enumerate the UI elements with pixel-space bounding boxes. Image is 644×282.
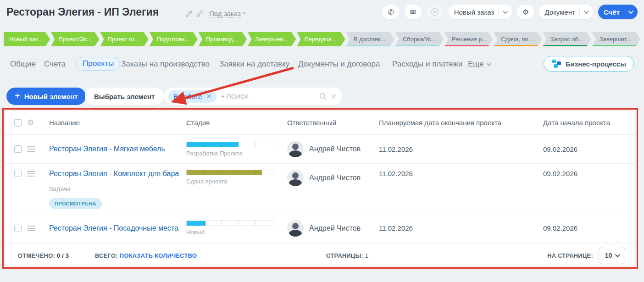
detail-tabs: Общие Счета Проекты Заказы на производст… bbox=[0, 57, 644, 75]
stage-chip[interactable]: Новый зак... bbox=[4, 32, 50, 46]
task-status-badge[interactable]: ПРОСМОТРЕНА bbox=[49, 198, 102, 209]
row-menu-icon[interactable] bbox=[27, 146, 35, 152]
stage-chip[interactable]: Проект го... bbox=[100, 32, 148, 46]
call-button[interactable]: ✆ bbox=[383, 5, 400, 19]
start-date: 09.02.2026 bbox=[539, 170, 635, 177]
copy-link-icon[interactable] bbox=[196, 10, 203, 17]
stage-name-label: Новый bbox=[186, 229, 269, 236]
row-menu-icon[interactable] bbox=[27, 171, 35, 177]
row-menu-icon[interactable] bbox=[27, 226, 35, 231]
search-icon[interactable] bbox=[319, 93, 327, 100]
tab[interactable]: Еще bbox=[468, 60, 490, 69]
stage-label: Решение р... bbox=[452, 36, 487, 43]
chevron-down-icon bbox=[487, 61, 491, 66]
chevron-down-icon bbox=[628, 9, 633, 14]
stage-chip[interactable]: Производ... bbox=[199, 32, 247, 46]
stage-underline bbox=[543, 45, 591, 46]
search-filter-field[interactable]: В работе ✕ + поиск ✕ bbox=[164, 88, 342, 105]
row-checkbox[interactable] bbox=[14, 145, 22, 153]
table-row: Ресторан Элегия - Мягкая мебель Разработ… bbox=[5, 135, 635, 164]
column-header-start-date[interactable]: Дата начала проекта bbox=[539, 119, 635, 127]
new-order-button[interactable]: Новый заказ bbox=[449, 5, 512, 19]
responsible-name: Андрей Чистов bbox=[309, 174, 361, 182]
row-checkbox[interactable] bbox=[14, 225, 22, 232]
pages-indicator: СТРАНИЦЫ: 1 bbox=[326, 252, 368, 259]
grid-settings-gear-icon[interactable]: ⚙ bbox=[27, 118, 34, 127]
business-process-button[interactable]: Бизнес-процессы bbox=[544, 56, 634, 72]
stage-label: Проект го... bbox=[107, 36, 139, 43]
document-button[interactable]: Документ bbox=[539, 5, 593, 19]
table-row: Ресторан Элегия - Комплект для бара Зада… bbox=[5, 164, 635, 214]
envelope-icon: ✉ bbox=[410, 8, 416, 17]
edit-pencil-icon[interactable] bbox=[185, 11, 192, 17]
per-page-select[interactable]: 10 bbox=[599, 247, 625, 264]
deal-stage-ribbon: Новый зак... Проект/Эс... Проект го... П… bbox=[4, 32, 641, 46]
project-link[interactable]: Ресторан Элегия - Мягкая мебель bbox=[49, 145, 165, 153]
tab-active[interactable]: Проекты bbox=[76, 57, 120, 71]
show-count-link[interactable]: ПОКАЗАТЬ КОЛИЧЕСТВО bbox=[120, 252, 197, 259]
column-header-stage[interactable]: Стадия bbox=[182, 119, 283, 127]
select-element-label: Выбрать элемент bbox=[94, 93, 155, 100]
phone-icon: ✆ bbox=[388, 8, 394, 17]
stage-chip[interactable]: Решение р... bbox=[444, 32, 493, 46]
tab[interactable]: Расходы и платежи bbox=[392, 60, 462, 69]
total-counter: ВСЕГО: ПОКАЗАТЬ КОЛИЧЕСТВО bbox=[95, 252, 197, 259]
end-date: 11.02.2026 bbox=[374, 170, 539, 177]
stage-chip[interactable]: Запрос об... bbox=[543, 32, 591, 46]
stage-chip[interactable]: Сдача, по... bbox=[494, 32, 542, 46]
stage-chip[interactable]: Сборка/Ус... bbox=[395, 32, 444, 46]
email-button[interactable]: ✉ bbox=[405, 5, 422, 19]
tab[interactable]: Документы и договора bbox=[298, 60, 380, 69]
tab[interactable]: Счета bbox=[44, 60, 66, 69]
plus-icon: + bbox=[15, 91, 20, 101]
stage-chip[interactable]: Завершит... bbox=[592, 32, 640, 46]
new-element-label: Новый элемент bbox=[24, 93, 78, 100]
tab[interactable]: Общие bbox=[10, 60, 36, 69]
stage-chip[interactable]: В доставк... bbox=[346, 32, 394, 46]
stage-name-label: Разработка Проекта bbox=[186, 150, 269, 157]
row-checkbox[interactable] bbox=[14, 170, 22, 177]
stage-label: Сборка/Ус... bbox=[403, 36, 436, 43]
invoice-label: Счёт bbox=[604, 8, 620, 16]
order-type-selector[interactable]: Под заказ bbox=[209, 10, 241, 18]
search-placeholder: + поиск bbox=[221, 93, 319, 100]
project-link[interactable]: Ресторан Элегия - Посадочные места bbox=[49, 224, 178, 232]
new-element-button[interactable]: + Новый элемент bbox=[6, 88, 86, 105]
stage-underline bbox=[592, 45, 640, 46]
chevron-down-icon bbox=[615, 252, 620, 257]
per-page-label: НА СТРАНИЦЕ: bbox=[547, 252, 593, 259]
stage-underline bbox=[346, 45, 394, 46]
annotation-rectangle: ⚙ Название Стадия Ответственный Планируе… bbox=[2, 108, 638, 269]
responsible-name: Андрей Чистов bbox=[309, 224, 361, 232]
column-header-end-date[interactable]: Планируемая дата окончания проекта bbox=[374, 119, 539, 127]
select-all-checkbox[interactable] bbox=[14, 119, 22, 127]
clear-search-icon[interactable]: ✕ bbox=[331, 92, 337, 101]
tab[interactable]: Заказы на производство bbox=[121, 60, 210, 69]
invoice-button[interactable]: Счёт bbox=[598, 5, 638, 19]
stage-label: Подготовк... bbox=[157, 36, 190, 43]
start-date: 09.02.2026 bbox=[539, 224, 635, 232]
stage-label: Завершен... bbox=[255, 36, 288, 43]
column-header-name[interactable]: Название bbox=[44, 119, 182, 127]
settings-button[interactable]: ⚙ bbox=[517, 5, 534, 19]
stage-chip[interactable]: Завершен... bbox=[248, 32, 296, 46]
stage-underline bbox=[444, 45, 493, 46]
stage-chip[interactable]: Проект/Эс... bbox=[51, 32, 99, 46]
stage-progress-bar bbox=[186, 170, 273, 175]
select-element-button[interactable]: Выбрать элемент bbox=[85, 88, 164, 105]
stage-label: В доставк... bbox=[354, 36, 386, 43]
project-link[interactable]: Ресторан Элегия - Комплект для бара bbox=[49, 170, 179, 177]
stage-label: Запрос об... bbox=[550, 36, 583, 43]
stage-label: Проект/Эс... bbox=[58, 36, 92, 43]
stage-chip[interactable]: Передача ... bbox=[297, 32, 345, 46]
column-header-responsible[interactable]: Ответственный bbox=[283, 119, 374, 127]
stage-underline bbox=[395, 45, 444, 46]
responsible-name: Андрей Чистов bbox=[309, 145, 361, 153]
filter-chip-in-progress[interactable]: В работе ✕ bbox=[168, 90, 217, 103]
stage-label: Производ... bbox=[206, 36, 238, 43]
stage-name-label: Сдача проекта bbox=[186, 178, 269, 185]
remove-filter-icon[interactable]: ✕ bbox=[206, 93, 212, 100]
stage-label: Новый зак... bbox=[9, 36, 43, 43]
tab[interactable]: Заявки на доставку bbox=[219, 60, 289, 69]
stage-chip[interactable]: Подготовк... bbox=[150, 32, 198, 46]
